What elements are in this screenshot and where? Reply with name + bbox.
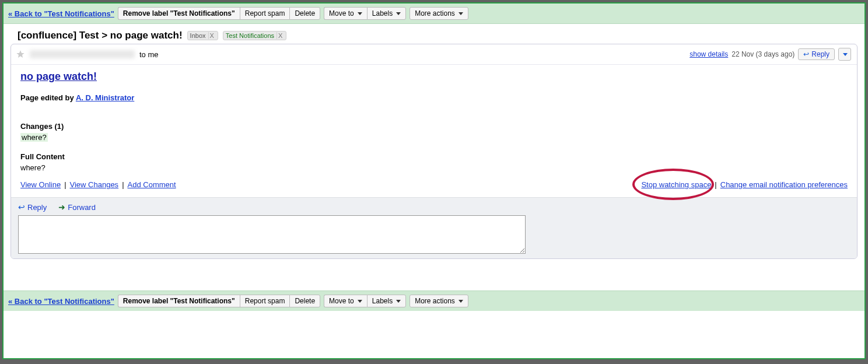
move-to-button[interactable]: Move to — [324, 7, 367, 20]
report-spam-button[interactable]: Report spam — [240, 7, 290, 20]
more-actions-button[interactable]: More actions — [410, 7, 468, 20]
message-body: no page watch! Page edited by A. D. Mini… — [11, 65, 857, 197]
view-online-link[interactable]: View Online — [20, 180, 61, 189]
toolbar-group-2: Move to Labels — [324, 295, 406, 307]
reply-strip: ↩ Reply ➜ Forward — [11, 197, 857, 258]
back-link[interactable]: « Back to "Test Notifications" — [8, 297, 114, 306]
labels-button[interactable]: Labels — [367, 295, 406, 307]
toolbar-group-1: Remove label "Test Notifications" Report… — [118, 7, 320, 20]
message-header: to me show details 22 Nov (3 days ago) ↩… — [11, 44, 857, 65]
label-text: Test Notifications — [226, 32, 274, 39]
label-test-notifications[interactable]: Test Notifications X — [223, 31, 287, 40]
footer-right: Stop watching space | Change email notif… — [641, 180, 848, 189]
email-subject: [confluence] Test > no page watch! — [18, 30, 183, 41]
sender-redacted — [30, 50, 135, 58]
labels-button[interactable]: Labels — [367, 7, 406, 20]
reply-arrow-icon: ↩ — [803, 50, 809, 58]
delete-button[interactable]: Delete — [289, 7, 320, 20]
page-title-link[interactable]: no page watch! — [20, 71, 97, 83]
label-text: Inbox — [190, 32, 206, 39]
separator: | — [122, 180, 124, 189]
edited-by-line: Page edited by A. D. Ministrator — [20, 93, 848, 102]
move-to-button[interactable]: Move to — [324, 295, 367, 307]
delete-button[interactable]: Delete — [289, 295, 320, 307]
more-actions-button[interactable]: More actions — [410, 295, 468, 307]
view-changes-link[interactable]: View Changes — [70, 180, 119, 189]
remove-label-x-icon[interactable]: X — [208, 32, 215, 39]
toolbar-group-2: Move to Labels — [324, 7, 406, 20]
change-prefs-link[interactable]: Change email notification preferences — [720, 180, 848, 189]
remove-label-x-icon[interactable]: X — [276, 32, 284, 39]
reply-label: Reply — [811, 50, 830, 58]
label-inbox[interactable]: Inbox X — [187, 31, 218, 40]
full-content-heading: Full Content — [20, 152, 848, 161]
reply-actions: ↩ Reply ➜ Forward — [18, 202, 850, 212]
subject-row: [confluence] Test > no page watch! Inbox… — [4, 24, 864, 44]
chevron-down-icon — [358, 300, 362, 303]
toolbar-group-1: Remove label "Test Notifications" Report… — [118, 295, 320, 307]
stop-watching-link[interactable]: Stop watching space — [641, 180, 711, 189]
changes-text: where? — [20, 133, 848, 142]
show-details-link[interactable]: show details — [690, 50, 728, 58]
changes-heading: Changes (1) — [20, 122, 848, 131]
reply-textarea[interactable] — [18, 215, 526, 254]
full-content-text: where? — [20, 163, 848, 172]
chevron-down-icon — [843, 53, 848, 56]
forward-link[interactable]: ➜ Forward — [58, 202, 96, 212]
remove-label-button[interactable]: Remove label "Test Notifications" — [118, 295, 240, 307]
bottom-toolbar: « Back to "Test Notifications" Remove la… — [4, 290, 864, 311]
remove-label-button[interactable]: Remove label "Test Notifications" — [118, 7, 240, 20]
chevron-down-icon — [358, 12, 362, 15]
reply-link[interactable]: ↩ Reply — [18, 202, 47, 212]
chevron-down-icon — [396, 300, 401, 303]
chevron-down-icon — [459, 300, 463, 303]
reply-button[interactable]: ↩ Reply — [798, 48, 835, 60]
separator: | — [64, 180, 66, 189]
author-link[interactable]: A. D. Ministrator — [76, 93, 134, 102]
reply-arrow-icon: ↩ — [18, 202, 25, 212]
add-comment-link[interactable]: Add Comment — [128, 180, 176, 189]
star-icon[interactable] — [16, 50, 25, 59]
footer-links: View Online | View Changes | Add Comment… — [20, 180, 848, 189]
back-link[interactable]: « Back to "Test Notifications" — [8, 9, 114, 18]
forward-arrow-icon: ➜ — [58, 202, 65, 212]
separator: | — [715, 180, 716, 189]
recipient-text: to me — [139, 50, 159, 59]
chevron-down-icon — [459, 12, 463, 15]
chevron-down-icon — [396, 12, 401, 15]
reply-menu-button[interactable] — [838, 48, 851, 61]
top-toolbar: « Back to "Test Notifications" Remove la… — [4, 4, 864, 24]
header-right: show details 22 Nov (3 days ago) ↩ Reply — [690, 48, 851, 61]
message-date: 22 Nov (3 days ago) — [732, 50, 794, 58]
message-card: to me show details 22 Nov (3 days ago) ↩… — [10, 44, 858, 259]
report-spam-button[interactable]: Report spam — [240, 295, 290, 307]
